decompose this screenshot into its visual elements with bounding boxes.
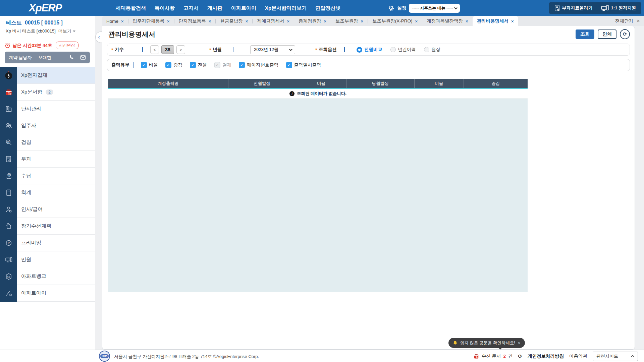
svg-text:AB: AB: [7, 276, 10, 278]
terms-link[interactable]: 이용약관: [569, 353, 587, 359]
radio-prev-month-compare[interactable]: 전월비교: [357, 47, 382, 53]
radio-yearly-history[interactable]: 년간이력: [390, 47, 416, 53]
account-more-button[interactable]: 더보기: [58, 28, 75, 34]
column-header-prev-amount[interactable]: 전월발생: [228, 79, 297, 88]
contact-manager-button[interactable]: 계약 담당자 오대현: [5, 52, 90, 63]
top-navbar: XpERP 세대통합검색 특이사항 고지서 게시판 아파트아이 Xp문서함미리보…: [0, 0, 644, 16]
account-title: 테스트_00015 [ 00015 ]: [6, 19, 63, 26]
favorites-menu-value: ----- 자주쓰는 메뉴 -----: [412, 5, 453, 11]
sidebar-item-label: 수납: [21, 173, 31, 179]
sidebar-item-residents[interactable]: 입주자: [0, 117, 95, 134]
print-button[interactable]: 인쇄: [598, 29, 616, 39]
tab-deposit-statement[interactable]: 제예금명세서×: [253, 16, 294, 26]
tab-close-icon[interactable]: ×: [246, 19, 248, 24]
sidebar-collapse-handle[interactable]: ‹: [95, 32, 102, 43]
tab-close-icon[interactable]: ×: [466, 19, 468, 24]
house-icon: [0, 218, 17, 235]
related-sites-select[interactable]: 관련사이트: [593, 352, 638, 361]
radio-ledger[interactable]: 원장: [424, 47, 440, 53]
divider: [35, 56, 35, 60]
company-address: 서울시 금천구 가산디지털2로 98 IT캐슬 2동 714호 ©AegisEn…: [114, 354, 259, 360]
sidebar-item-apt-bank[interactable]: AB 아파트뱅크: [0, 268, 95, 285]
tab-home[interactable]: Home×: [102, 16, 128, 26]
sidebar-item-complex-mgmt[interactable]: 단지관리: [0, 101, 95, 117]
column-header-ratio-2[interactable]: 비율: [415, 79, 464, 88]
tab-complex-info[interactable]: 단지정보등록×: [174, 16, 216, 26]
sidebar-item-longterm-repair[interactable]: 장기수선계획: [0, 218, 95, 235]
settings-label[interactable]: 설정: [397, 5, 407, 11]
checkbox-page-number[interactable]: 페이지번호출력: [239, 62, 279, 68]
sidebar-item-xp-docbox[interactable]: Xp Xp문서함2: [0, 84, 95, 101]
tab-close-icon[interactable]: ×: [511, 19, 514, 24]
sidebar-item-premium[interactable]: P 프리미엄: [0, 235, 95, 251]
search-button[interactable]: 조회: [576, 29, 594, 39]
sidebar-item-civil-complaint[interactable]: 민원: [0, 251, 95, 268]
period-prev-button[interactable]: <: [150, 45, 159, 54]
tab-sub-ledger-xpro[interactable]: 보조부원장(X-PRO)×: [368, 16, 422, 26]
tab-sub-ledger[interactable]: 보조부원장×: [331, 16, 368, 26]
nav-item-year-end-tax[interactable]: 연말정산넷: [315, 5, 340, 11]
favorites-menu-select[interactable]: ----- 자주쓰는 메뉴 -----: [409, 4, 460, 13]
chevron-down-icon: [289, 48, 292, 51]
tab-close-icon[interactable]: ×: [209, 19, 211, 24]
month-select[interactable]: 2023년 12월: [250, 45, 295, 54]
upload-billing-button[interactable]: 부과자료올리기: [554, 5, 593, 11]
nav-item-bill[interactable]: 고지서: [183, 5, 199, 11]
sidebar-item-label: 검침: [21, 139, 31, 145]
column-header-ratio-1[interactable]: 비율: [296, 79, 346, 88]
sidebar-item-label: 아파트아이: [21, 290, 46, 296]
footer-refresh-icon[interactable]: ⟳: [518, 353, 522, 359]
tab-account-balance[interactable]: 계정과목별잔액장×: [422, 16, 473, 26]
tab-mgmt-cost-statement[interactable]: 관리비용명세서×: [473, 16, 518, 26]
gear-icon[interactable]: [388, 5, 395, 12]
nav-item-board[interactable]: 게시판: [207, 5, 222, 11]
nav-item-doc-preview[interactable]: Xp문서함미리보기: [265, 5, 307, 11]
checkbox-ratio[interactable]: 비율: [141, 62, 158, 68]
checkbox-change[interactable]: 증감: [165, 62, 182, 68]
received-docs-link[interactable]: Xp 수신 문서 2 건: [473, 353, 513, 359]
checkbox-print-datetime[interactable]: 출력일시출력: [286, 62, 321, 68]
sidebar-item-meter-reading[interactable]: ₩ 검침: [0, 134, 95, 151]
sidebar-item-billing[interactable]: 부과: [0, 151, 95, 168]
info-icon: i: [289, 91, 294, 96]
navbar-utility-box: 부과자료올리기 1:1 원격지원: [549, 2, 641, 14]
sidebar-item-hr-payroll[interactable]: 인사/급여: [0, 201, 95, 218]
nav-item-household-search[interactable]: 세대통합검색: [116, 5, 146, 11]
toast-close-icon[interactable]: ×: [518, 341, 521, 346]
tab-cash-ledger[interactable]: 현금출납장×: [216, 16, 252, 26]
tab-close-icon[interactable]: ×: [287, 19, 289, 24]
tab-close-icon[interactable]: ×: [167, 19, 170, 24]
column-header-account[interactable]: 계정출력명: [108, 79, 228, 88]
sidebar-item-collection[interactable]: ₩ 수납: [0, 168, 95, 184]
tab-general-ledger[interactable]: 총계정원장×: [294, 16, 331, 26]
close-all-tabs-button[interactable]: 전체닫기 ×: [615, 16, 640, 26]
tab-resident-group[interactable]: 입주자단체등록×: [128, 16, 174, 26]
tab-close-icon[interactable]: ×: [361, 19, 364, 24]
column-header-cur-amount[interactable]: 당월발생: [346, 79, 415, 88]
sidebar-item-apt-i[interactable]: 아파트아이: [0, 285, 95, 302]
grid-header: 계정출력명 전월발생 비율 당월발생 비율 증감: [108, 79, 528, 88]
tab-close-icon[interactable]: ×: [415, 19, 418, 24]
svg-text:P: P: [8, 241, 10, 245]
sidebar-item-xp-approval[interactable]: Xp전자결재: [0, 67, 95, 84]
filter-row-output: 출력유무 비율 증감 전월 결재 페이지번호출력 출력일시출력: [107, 59, 630, 71]
divider: [142, 47, 143, 52]
sidebar-item-accounting[interactable]: 회계: [0, 184, 95, 201]
refresh-button[interactable]: ⟳: [620, 29, 630, 39]
period-label: *기수: [111, 47, 142, 53]
extend-time-button[interactable]: 시간연장: [56, 42, 78, 49]
mail-icon[interactable]: [80, 55, 86, 60]
tab-close-icon[interactable]: ×: [121, 19, 124, 24]
checkbox-prev-month[interactable]: 전월: [190, 62, 207, 68]
nav-item-special-notes[interactable]: 특이사항: [155, 5, 175, 11]
privacy-policy-link[interactable]: 개인정보처리방침: [528, 353, 564, 359]
upload-doc-icon: [554, 5, 560, 11]
nav-item-apti[interactable]: 아파트아이: [231, 5, 256, 11]
column-header-change[interactable]: 증감: [464, 79, 528, 88]
period-next-button[interactable]: >: [176, 45, 185, 54]
phone-icon[interactable]: [69, 55, 74, 60]
checkbox-icon: [239, 62, 245, 68]
tab-close-icon[interactable]: ×: [324, 19, 326, 24]
people-icon: [0, 117, 17, 134]
remote-support-button[interactable]: 1:1 원격지원: [601, 5, 636, 11]
